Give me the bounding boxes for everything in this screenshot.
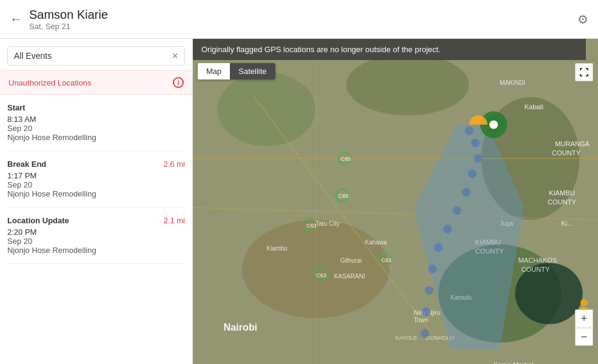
svg-text:C63: C63 <box>316 273 326 279</box>
svg-text:Kabati: Kabati <box>525 103 544 110</box>
list-item: Start 8:13 AM Sep 20 Njonjo Hose Remodel… <box>7 95 185 151</box>
filter-label: All Events <box>14 51 172 61</box>
svg-text:C65: C65 <box>338 193 349 199</box>
event-header: Location Update 2.1 mi <box>7 216 185 225</box>
event-type: Break End <box>7 160 46 169</box>
left-panel: All Events × Unauthorized Locations i St… <box>0 39 193 364</box>
svg-point-58 <box>420 329 429 338</box>
event-time: 1:17 PM <box>7 171 185 180</box>
svg-text:KASARANI: KASARANI <box>334 273 365 280</box>
back-button[interactable]: ← <box>10 12 22 26</box>
svg-text:Githurai: Githurai <box>340 257 361 264</box>
event-distance: 2.1 mi <box>164 216 185 225</box>
map-panel: Originally flagged GPS locations are no … <box>193 39 598 364</box>
svg-text:KAYOLE: KAYOLE <box>395 335 417 341</box>
page-subtitle: Sat, Sep 21 <box>29 22 108 31</box>
header-title-group: Samson Kiarie Sat, Sep 21 <box>29 8 108 31</box>
svg-point-51 <box>462 188 470 197</box>
svg-point-2 <box>217 72 315 146</box>
zoom-in-button[interactable]: + <box>575 309 593 328</box>
svg-point-49 <box>474 154 483 163</box>
list-item: Location Update 2.1 mi 2:20 PM Sep 20 Nj… <box>7 207 185 264</box>
svg-text:Tatu City: Tatu City <box>315 220 340 227</box>
svg-text:Ki...: Ki... <box>561 220 573 227</box>
svg-point-50 <box>468 169 476 178</box>
svg-point-48 <box>471 139 479 147</box>
settings-button[interactable]: ⚙ <box>577 12 588 27</box>
satellite-button[interactable]: Satellite <box>230 63 275 79</box>
event-time: 2:20 PM <box>7 228 185 237</box>
svg-text:C65: C65 <box>341 156 351 162</box>
event-time: 8:13 AM <box>7 115 185 124</box>
filter-clear-button[interactable]: × <box>172 50 178 61</box>
event-type: Start <box>7 103 25 112</box>
svg-text:MAKINDI: MAKINDI <box>500 79 525 86</box>
event-date: Sep 20 <box>7 124 185 133</box>
svg-text:C63: C63 <box>306 223 317 229</box>
map-message: Originally flagged GPS locations are no … <box>193 39 586 60</box>
map-type-toggle[interactable]: Map Satellite <box>198 63 275 79</box>
svg-text:KIAMBU: KIAMBU <box>549 189 575 197</box>
svg-point-56 <box>425 286 434 295</box>
svg-text:Nairobi: Nairobi <box>224 322 258 332</box>
event-date: Sep 20 <box>7 180 185 189</box>
svg-point-47 <box>465 127 473 135</box>
svg-point-57 <box>422 308 431 316</box>
event-location: Njonjo Hose Remodelling <box>7 246 185 255</box>
fullscreen-button[interactable] <box>575 63 593 81</box>
event-distance: 2.6 mi <box>164 160 185 169</box>
events-list: Start 8:13 AM Sep 20 Njonjo Hose Remodel… <box>0 95 192 364</box>
map-view[interactable]: Kabati MAKINDI MURANGA COUNTY KIAMBU COU… <box>193 39 598 364</box>
header: ← Samson Kiarie Sat, Sep 21 ⚙ <box>0 0 598 39</box>
svg-text:COUNTY: COUNTY <box>552 149 581 157</box>
svg-point-61 <box>580 299 588 306</box>
svg-point-60 <box>489 120 498 129</box>
svg-text:Koma Market: Koma Market <box>494 361 534 364</box>
info-icon[interactable]: i <box>173 77 184 88</box>
svg-point-3 <box>346 54 469 115</box>
svg-text:COUNTY: COUNTY <box>521 266 550 273</box>
event-date: Sep 20 <box>7 237 185 246</box>
svg-point-54 <box>434 243 443 252</box>
main-content: All Events × Unauthorized Locations i St… <box>0 39 598 364</box>
event-header: Break End 2.6 mi <box>7 160 185 169</box>
zoom-out-button[interactable]: − <box>575 328 593 346</box>
svg-text:Kahawa: Kahawa <box>365 239 387 246</box>
svg-text:C63: C63 <box>381 257 392 263</box>
event-location: Njonjo Hose Remodelling <box>7 133 185 142</box>
page-title: Samson Kiarie <box>29 8 108 22</box>
svg-text:Kiambu: Kiambu <box>266 245 287 252</box>
svg-text:MACHAKOS: MACHAKOS <box>518 257 557 264</box>
filter-bar: All Events × <box>7 46 185 66</box>
header-left: ← Samson Kiarie Sat, Sep 21 <box>10 8 108 31</box>
svg-point-52 <box>452 206 461 215</box>
list-item: Break End 2.6 mi 1:17 PM Sep 20 Njonjo H… <box>7 151 185 207</box>
svg-text:Town: Town <box>414 317 428 323</box>
svg-point-53 <box>443 224 452 233</box>
svg-point-55 <box>428 265 437 273</box>
map-controls: + − <box>575 309 593 346</box>
event-type: Location Update <box>7 216 69 225</box>
map-button[interactable]: Map <box>198 63 230 79</box>
unauthorized-label: Unauthorized Locations <box>8 78 92 87</box>
svg-text:MURANGA: MURANGA <box>555 140 590 147</box>
unauthorized-banner: Unauthorized Locations i <box>0 70 192 95</box>
svg-text:COUNTY: COUNTY <box>548 198 577 206</box>
event-header: Start <box>7 103 185 112</box>
event-location: Njonjo Hose Remodelling <box>7 189 185 198</box>
